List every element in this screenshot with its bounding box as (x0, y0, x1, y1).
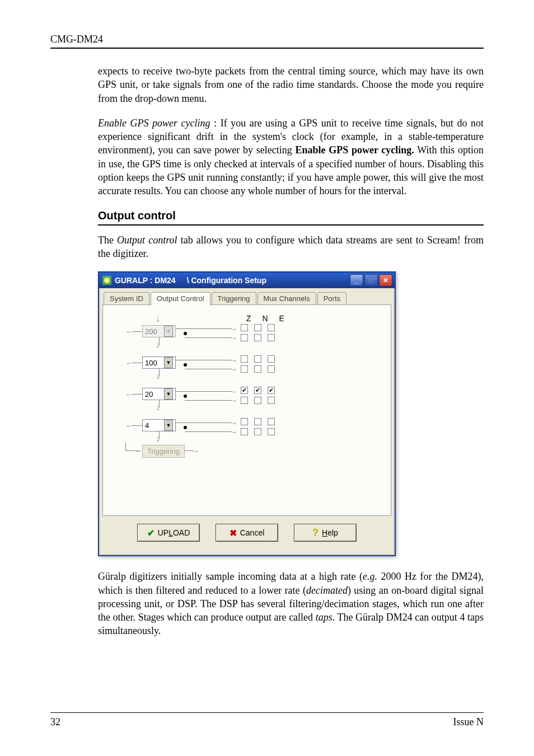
tab-output-control[interactable]: Output Control (151, 292, 210, 306)
cancel-button[interactable]: ✖ Cancel (216, 524, 278, 542)
cb-stage3-bot-z[interactable] (241, 397, 248, 404)
cb-stage4-top-n[interactable] (254, 418, 261, 425)
tab-system-id[interactable]: System ID (104, 292, 149, 305)
cb-stage3-top-z[interactable] (241, 387, 248, 394)
cb-stage3-bot-n[interactable] (254, 397, 261, 404)
cb-stage2-top-n[interactable] (254, 355, 261, 363)
x-icon: ✖ (229, 528, 237, 538)
check-icon: ✔ (147, 528, 154, 538)
arrow-right-icon: → (229, 387, 237, 396)
cb-stage2-bot-z[interactable] (241, 365, 248, 373)
maximize-button: □ (364, 274, 378, 287)
arrow-left-icon: ← (125, 390, 133, 399)
header-left: CMG-DM24 (50, 34, 103, 45)
cb-stage2-top-z[interactable] (241, 355, 248, 363)
para4-eg: e.g. (363, 571, 377, 582)
para4-taps: taps (316, 612, 332, 623)
paragraph-1: expects to receive two-byte packets from… (98, 64, 484, 105)
title-right: \ Configuration Setup (187, 276, 266, 285)
para3-italic: Output control (117, 234, 177, 246)
triggering-button: Triggering (142, 445, 185, 458)
app-icon (102, 276, 111, 285)
cb-stage4-bot-n[interactable] (254, 428, 261, 435)
paragraph-3: The Output control tab allows you to con… (98, 233, 484, 261)
help-label: Help (322, 528, 338, 537)
cb-stage2-top-e[interactable] (268, 355, 275, 363)
cb-stage1-top-n[interactable] (254, 324, 261, 331)
chevron-down-icon[interactable]: ▼ (164, 357, 173, 368)
help-button[interactable]: ? Help (294, 524, 357, 542)
footer: 32 Issue N (50, 708, 484, 728)
output-control-panel: Z N E ↓ ← 200▼ ↓ → (102, 304, 391, 516)
cb-stage4-bot-z[interactable] (241, 428, 248, 435)
cb-stage1-top-e[interactable] (268, 324, 275, 331)
upload-label: UPLOAD (158, 528, 190, 537)
rate-select-2[interactable]: 100▼ (142, 356, 176, 369)
rate-value-1: 200 (145, 327, 157, 336)
arrow-right-icon: → (229, 334, 237, 342)
question-icon: ? (312, 527, 318, 539)
arrow-right-icon: → (134, 447, 142, 456)
cb-stage1-top-z[interactable] (241, 324, 248, 331)
cb-stage3-bot-e[interactable] (268, 397, 275, 404)
arrow-left-icon: ← (125, 359, 133, 368)
page-number: 32 (50, 716, 60, 728)
cancel-label: Cancel (240, 528, 265, 537)
tab-ports[interactable]: Ports (317, 292, 346, 305)
upload-button[interactable]: ✔ UPLOAD (137, 524, 200, 542)
minimize-button[interactable]: _ (350, 274, 363, 287)
rate-select-1: 200▼ (142, 325, 176, 337)
close-button[interactable]: ✕ (379, 274, 392, 287)
cb-stage2-bot-e[interactable] (268, 365, 275, 373)
cb-stage4-bot-e[interactable] (268, 428, 275, 435)
configuration-setup-dialog: GURALP : DM24 \ Configuration Setup _ □ … (98, 271, 396, 556)
cb-stage1-bot-n[interactable] (254, 334, 261, 341)
section-title-output-control: Output control (98, 209, 484, 222)
chevron-down-icon: ▼ (164, 326, 173, 337)
cb-stage4-top-z[interactable] (241, 418, 248, 425)
arrow-right-icon: → (229, 365, 237, 374)
rate-value-4: 4 (145, 421, 149, 430)
chevron-down-icon[interactable]: ▼ (164, 420, 173, 431)
paragraph-4: Güralp digitizers initially sample incom… (98, 570, 484, 637)
cb-stage3-top-e[interactable] (268, 387, 275, 394)
cb-stage4-top-e[interactable] (268, 418, 275, 425)
arrow-right-icon: → (229, 325, 237, 334)
rate-value-2: 100 (145, 359, 157, 367)
issue-label: Issue N (453, 716, 484, 728)
flow-arrow-icon: ↓ (156, 434, 160, 444)
paragraph-2: Enable GPS power cycling : If you are us… (98, 116, 484, 198)
tabs-row: System ID Output Control Triggering Mux … (104, 292, 390, 305)
title-left: GURALP : DM24 (115, 276, 176, 285)
arrow-left-icon: ← (125, 421, 133, 430)
arrow-right-icon: → (229, 356, 237, 365)
arrow-right-icon: → (229, 396, 237, 405)
tab-mux-channels[interactable]: Mux Channels (257, 292, 316, 305)
flow-arrow-icon: ↓ (156, 402, 160, 412)
tab-triggering[interactable]: Triggering (212, 292, 256, 305)
cb-stage2-bot-n[interactable] (254, 365, 261, 373)
arrow-left-icon: ← (125, 327, 133, 336)
para4-dec: decimated (306, 585, 348, 596)
para2-italic: Enable GPS power cycling (98, 118, 210, 129)
rate-value-3: 20 (145, 390, 153, 398)
cb-stage1-bot-e[interactable] (268, 334, 275, 341)
flow-arrow-icon: ↓ (156, 371, 160, 381)
cb-stage1-bot-z[interactable] (241, 334, 248, 341)
titlebar[interactable]: GURALP : DM24 \ Configuration Setup _ □ … (99, 273, 395, 288)
para3-a: The (98, 234, 117, 246)
cb-stage3-top-n[interactable] (254, 387, 261, 394)
header-rule (50, 48, 484, 49)
para2-bold: Enable GPS power cycling. (295, 144, 414, 156)
rate-select-3[interactable]: 20▼ (142, 388, 176, 400)
para4-a: Güralp digitizers initially sample incom… (98, 571, 363, 582)
arrow-right-icon: → (229, 428, 237, 436)
flow-arrow-icon: ↓ (156, 314, 160, 324)
arrow-right-icon: → (229, 419, 237, 428)
rate-select-4[interactable]: 4▼ (142, 419, 176, 431)
section-rule (98, 224, 484, 226)
chevron-down-icon[interactable]: ▼ (164, 388, 173, 400)
zne-header: Z N E (246, 314, 289, 323)
arrow-right-icon: → (191, 447, 199, 456)
flow-arrow-icon: ↓ (156, 340, 160, 350)
